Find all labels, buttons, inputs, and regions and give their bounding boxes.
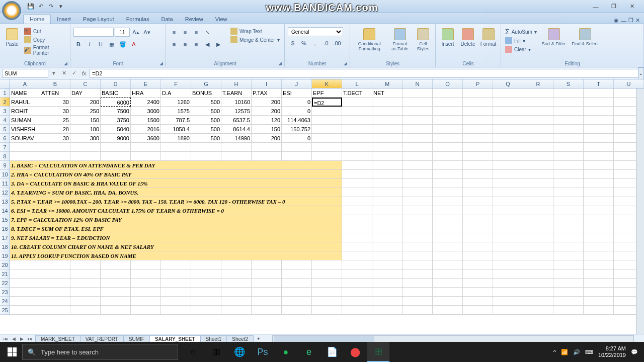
cell[interactable] [342,260,372,269]
row-header-6[interactable]: 6 [0,134,10,143]
sheet-tab-salary_sheet[interactable]: SALARY_SHEET [149,335,201,342]
tab-review[interactable]: Review [179,15,209,24]
cell[interactable] [70,269,101,279]
cell[interactable]: 250 [70,107,101,116]
note-cell[interactable]: 4. T.EARNING = SUM OF BASIC, HRA, DA, BO… [10,188,342,197]
fill-button[interactable]: Fill ▾ [504,37,538,45]
cell[interactable] [523,143,553,152]
cell[interactable] [101,260,131,269]
grow-font-button[interactable]: A▴ [131,27,141,37]
tab-formulas[interactable]: Formulas [120,15,155,24]
cell[interactable] [342,152,372,161]
cell[interactable]: EPF [312,88,342,98]
cell[interactable] [282,143,312,152]
col-header-G[interactable]: G [191,79,221,88]
cell[interactable] [191,288,221,297]
row-header-9[interactable]: 9 [0,161,10,170]
cell[interactable] [403,152,433,161]
cell[interactable] [101,269,131,279]
note-cell[interactable]: 7. EPF = CALCULATION 12% ON BASIC PAY [10,215,342,224]
col-header-Q[interactable]: Q [493,79,523,88]
col-header-H[interactable]: H [221,79,252,88]
cell[interactable] [463,288,493,297]
cell[interactable]: 200 [70,98,101,107]
tab-home[interactable]: Home [23,14,51,24]
cell[interactable] [312,297,342,306]
font-select[interactable] [73,28,114,37]
cell[interactable]: 28 [40,125,70,134]
cell[interactable]: 1500 [131,116,161,125]
row-header-3[interactable]: 3 [0,107,10,116]
cell[interactable] [161,288,191,297]
cell[interactable] [463,306,493,315]
cell[interactable] [40,269,70,279]
cell[interactable] [372,297,403,306]
cell[interactable] [493,143,523,152]
keyboard-icon[interactable]: ⌨ [585,349,593,355]
delete-cells-button[interactable]: Delete [459,27,477,48]
format-painter-button[interactable]: 🖌Format Painter [23,44,67,56]
sheet-tab-vat_report[interactable]: VAT_REPORT [80,335,124,342]
cell[interactable] [463,269,493,279]
col-header-T[interactable]: T [584,79,614,88]
cell[interactable] [342,125,372,134]
select-all-button[interactable] [0,79,10,88]
cell[interactable] [131,152,161,161]
cell[interactable] [282,279,312,288]
cell[interactable] [403,260,433,269]
cell[interactable]: 500 [191,134,221,143]
cell[interactable] [403,288,433,297]
comma-button[interactable]: , [310,38,320,48]
cell[interactable] [221,279,252,288]
qat-dropdown[interactable]: ▾ [56,2,65,11]
cell[interactable]: 30 [40,134,70,143]
cell[interactable]: 200 [252,98,282,107]
tab-page-layout[interactable]: Page Layout [77,15,120,24]
cell[interactable] [403,143,433,152]
col-header-F[interactable]: F [161,79,191,88]
cell[interactable] [70,143,101,152]
note-cell[interactable]: 1. BASIC = CALCULATION ON ATTENDANCE & P… [10,161,342,170]
cell[interactable] [312,125,342,134]
align-center-button[interactable]: ≡ [180,39,190,49]
tab-next-button[interactable]: ▶ [18,335,25,342]
row-header-1[interactable]: 1 [0,88,10,98]
vertical-scrollbar[interactable] [636,88,644,334]
cell[interactable] [342,116,372,125]
bandicam-icon[interactable]: ⬤ [344,342,366,362]
cell[interactable] [161,306,191,315]
cell[interactable] [312,107,342,116]
row-header-4[interactable]: 4 [0,116,10,125]
cell[interactable]: VISHESH [10,125,40,134]
cell[interactable]: NET [372,88,403,98]
formula-input[interactable]: =D2 [90,69,642,78]
cell[interactable] [10,152,40,161]
cell-styles-button[interactable]: Cell Styles [414,27,432,52]
cell[interactable] [10,143,40,152]
cell[interactable] [312,143,342,152]
format-cells-button[interactable]: Format [479,27,498,48]
cell[interactable] [161,269,191,279]
task-view-icon[interactable]: ⊞ [205,342,227,362]
cell[interactable] [40,152,70,161]
cell[interactable] [372,279,403,288]
cell[interactable] [523,152,553,161]
cell[interactable]: 150.752 [282,125,312,134]
note-cell[interactable]: 9. NET SALARY = T.EAR – T.DUDCTION [10,233,342,242]
cell[interactable] [312,260,342,269]
cell[interactable]: DAY [70,88,101,98]
cell[interactable]: HRA [131,88,161,98]
cell[interactable] [463,143,493,152]
find-select-button[interactable]: Find & Select [570,27,601,47]
copy-button[interactable]: Copy [23,36,67,44]
cell[interactable]: 120 [252,116,282,125]
cell[interactable]: 7500 [101,107,131,116]
cell[interactable] [282,152,312,161]
cell[interactable]: 1890 [161,134,191,143]
cell[interactable] [342,134,372,143]
cell[interactable] [252,297,282,306]
tab-data[interactable]: Data [155,15,179,24]
merge-center-button[interactable]: Merge & Center ▾ [229,36,281,44]
row-header-13[interactable]: 13 [0,197,10,206]
cell[interactable] [221,306,252,315]
